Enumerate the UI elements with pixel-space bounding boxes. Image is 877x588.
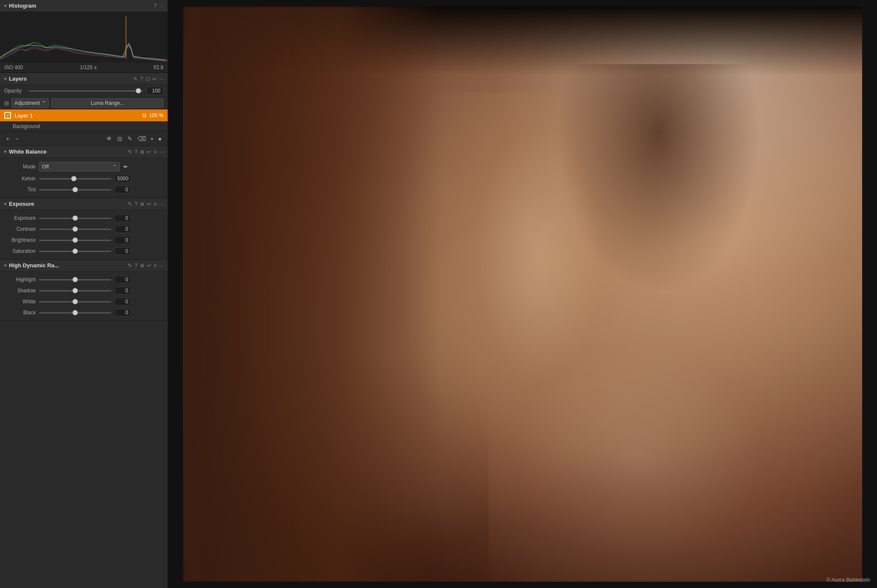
background-label: Background xyxy=(13,123,40,129)
luma-range-button[interactable]: Luma Range... xyxy=(51,98,163,108)
saturation-thumb[interactable] xyxy=(73,249,78,254)
exp-ellipsis-icon[interactable]: ··· xyxy=(159,201,163,207)
kelvin-slider[interactable] xyxy=(39,178,111,179)
layers-header-icons: ✎ ? ⬡ ↩ ··· xyxy=(133,76,163,82)
wb-pencil-icon[interactable]: ✎ xyxy=(128,149,132,155)
saturation-value[interactable]: 0 xyxy=(115,247,131,255)
exposure-thumb[interactable] xyxy=(73,216,78,221)
layers-toolbar: + − 👁 ⊟ ✎ ⌫ ▪ ● xyxy=(0,132,168,146)
black-slider[interactable] xyxy=(39,312,111,314)
layers-redirect-icon[interactable]: ⬡ xyxy=(146,76,150,82)
sliders-icon: ⊟ xyxy=(4,100,9,106)
histogram-question-icon[interactable]: ? xyxy=(154,3,157,9)
white-value[interactable]: 0 xyxy=(115,298,131,305)
histogram-header-icons: ? ··· xyxy=(154,3,163,9)
exposure-value[interactable]: 0 xyxy=(115,214,131,222)
remove-layer-button[interactable]: − xyxy=(14,134,20,143)
opacity-slider[interactable] xyxy=(29,90,143,92)
histogram-header[interactable]: ▾ Histogram ? ··· xyxy=(0,0,168,12)
white-slider[interactable] xyxy=(39,301,111,302)
hdr-header[interactable]: ▾ High Dynamic Ra... ✎ ? ⊕ ↩ ≡ ··· xyxy=(0,260,168,272)
layers-ellipsis-icon[interactable]: ··· xyxy=(159,76,163,82)
brush-paint-button[interactable]: ✎ xyxy=(126,134,134,143)
white-balance-header[interactable]: ▾ White Balance ✎ ? ⊕ ↩ ≡ ··· xyxy=(0,146,168,158)
hdr-header-icons: ✎ ? ⊕ ↩ ≡ ··· xyxy=(128,263,163,269)
opacity-row: Opacity 100 xyxy=(0,85,168,97)
adjustment-dropdown[interactable]: Adjustment ⌃ xyxy=(11,98,49,108)
contrast-slider[interactable] xyxy=(39,229,111,230)
exp-menu-icon[interactable]: ≡ xyxy=(154,201,157,207)
contrast-value[interactable]: 0 xyxy=(115,225,131,233)
exp-pencil-icon[interactable]: ✎ xyxy=(128,201,132,207)
layers-pencil-icon[interactable]: ✎ xyxy=(133,76,138,82)
hdr-title: High Dynamic Ra... xyxy=(9,262,128,269)
saturation-slider[interactable] xyxy=(39,251,111,252)
white-thumb[interactable] xyxy=(73,299,78,304)
histogram-info: ISO 400 1/125 s f/2.8 xyxy=(0,63,168,73)
wb-ellipsis-icon[interactable]: ··· xyxy=(159,149,163,155)
highlight-thumb[interactable] xyxy=(73,277,78,282)
mode-chevron-icon: ⌃ xyxy=(112,164,117,170)
layers-header[interactable]: ▾ Layers ✎ ? ⬡ ↩ ··· xyxy=(0,73,168,85)
black-thumb[interactable] xyxy=(73,310,78,315)
exp-question-icon[interactable]: ? xyxy=(135,201,138,207)
brightness-slider[interactable] xyxy=(39,240,111,241)
brightness-value[interactable]: 0 xyxy=(115,236,131,244)
add-layer-button[interactable]: + xyxy=(4,134,11,143)
layer-1-checkbox[interactable]: ✓ xyxy=(4,112,11,119)
highlight-value[interactable]: 0 xyxy=(115,276,131,283)
tint-slider[interactable] xyxy=(39,189,111,190)
hdr-ellipsis-icon[interactable]: ··· xyxy=(159,263,163,269)
white-balance-content: Mode Off ⌃ ✒ Kelvin 5000 Tint xyxy=(0,158,168,198)
layer-1-item[interactable]: ✓ Layer 1 ⊟ 100 % xyxy=(0,109,168,121)
hdr-chevron: ▾ xyxy=(4,263,6,268)
opacity-thumb[interactable] xyxy=(136,88,141,93)
white-balance-header-icons: ✎ ? ⊕ ↩ ≡ ··· xyxy=(128,149,163,155)
sliders-adjust-button[interactable]: ⊟ xyxy=(115,134,124,143)
hdr-menu-icon[interactable]: ≡ xyxy=(154,263,157,269)
tint-thumb[interactable] xyxy=(73,187,78,192)
hdr-question-icon[interactable]: ? xyxy=(135,263,138,269)
mode-dropdown[interactable]: Off ⌃ xyxy=(39,162,120,171)
shadow-slider[interactable] xyxy=(39,290,111,291)
layers-question-icon[interactable]: ? xyxy=(140,76,143,82)
highlight-slider[interactable] xyxy=(39,279,111,280)
kelvin-thumb[interactable] xyxy=(71,176,76,181)
copyright-text: © Ausra Babiedaite xyxy=(826,577,870,583)
square-mask-button[interactable]: ▪ xyxy=(149,134,155,143)
exposure-label: Exposure xyxy=(5,215,36,221)
exposure-header[interactable]: ▾ Exposure ✎ ? ⊕ ↩ ≡ ··· xyxy=(0,198,168,210)
wb-question-icon[interactable]: ? xyxy=(135,149,138,155)
exposure-slider[interactable] xyxy=(39,218,111,219)
exposure-header-icons: ✎ ? ⊕ ↩ ≡ ··· xyxy=(128,201,163,207)
wb-undo-icon[interactable]: ↩ xyxy=(147,149,151,155)
brightness-label: Brightness xyxy=(5,237,36,243)
wb-pin-icon[interactable]: ⊕ xyxy=(140,149,144,155)
hdr-pencil-icon[interactable]: ✎ xyxy=(128,263,132,269)
opacity-value[interactable]: 100 xyxy=(146,87,163,95)
exp-undo-icon[interactable]: ↩ xyxy=(147,201,151,207)
eye-visibility-button[interactable]: 👁 xyxy=(104,134,114,143)
layers-undo-icon[interactable]: ↩ xyxy=(152,76,157,82)
kelvin-value[interactable]: 5000 xyxy=(115,175,131,182)
kelvin-label: Kelvin xyxy=(5,176,36,182)
eraser-button[interactable]: ⌫ xyxy=(136,134,148,143)
wb-menu-icon[interactable]: ≡ xyxy=(154,149,157,155)
circle-button[interactable]: ● xyxy=(157,134,163,143)
opacity-label: Opacity xyxy=(4,88,25,94)
layers-section: ▾ Layers ✎ ? ⬡ ↩ ··· Opacity 100 ⊟ Adjus… xyxy=(0,73,168,146)
contrast-thumb[interactable] xyxy=(73,227,78,232)
shadow-thumb[interactable] xyxy=(73,288,78,293)
hdr-pin-icon[interactable]: ⊕ xyxy=(140,263,144,269)
histogram-ellipsis-icon[interactable]: ··· xyxy=(159,3,163,9)
brightness-thumb[interactable] xyxy=(73,238,78,243)
hdr-undo-icon[interactable]: ↩ xyxy=(147,263,151,269)
exp-pin-icon[interactable]: ⊕ xyxy=(140,201,144,207)
histogram-aperture: f/2.8 xyxy=(154,64,163,70)
shadow-value[interactable]: 0 xyxy=(115,287,131,294)
left-panel: ▾ Histogram ? ··· xyxy=(0,0,168,588)
tint-value[interactable]: 0 xyxy=(115,186,131,193)
wb-eyedropper-icon[interactable]: ✒ xyxy=(123,163,128,170)
black-value[interactable]: 0 xyxy=(115,309,131,316)
svg-rect-0 xyxy=(0,12,168,63)
